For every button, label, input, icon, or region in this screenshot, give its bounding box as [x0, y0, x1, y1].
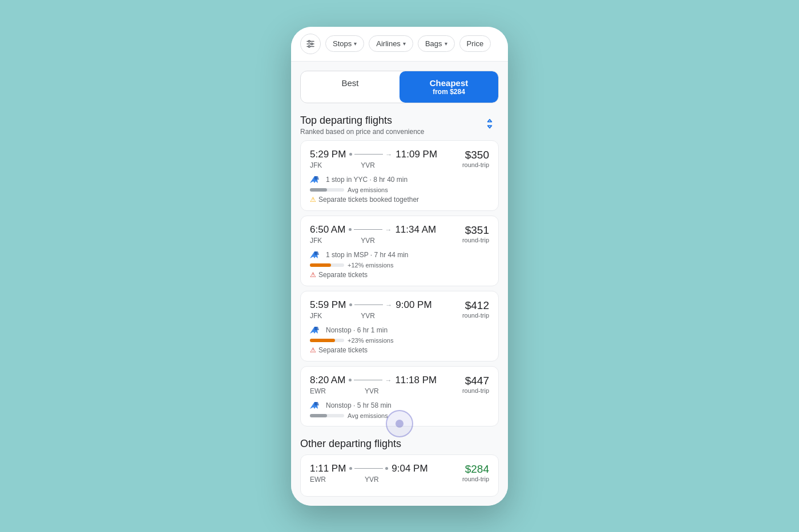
flight-4-depart-time: 8:20 AM	[310, 375, 345, 386]
flight-3-warning-row: ⚠ Separate tickets	[310, 346, 489, 354]
top-section-header: Top departing flights Ranked based on pr…	[291, 110, 508, 138]
flight-4-emissions-bar-fill	[310, 414, 327, 417]
route-arrow-icon-2: →	[385, 226, 392, 234]
route-line-bar-3	[354, 304, 383, 306]
top-section-title: Top departing flights	[300, 115, 425, 127]
flight-3-price-label: round-trip	[462, 312, 489, 319]
flight-4-route-line: →	[349, 376, 392, 384]
flight-2-main-row: 6:50 AM → 11:34 AM JFK YVR	[310, 224, 489, 245]
airline-icon-2	[310, 250, 321, 259]
stops-filter-chip[interactable]: Stops ▾	[325, 35, 364, 52]
price-label: Price	[467, 39, 484, 48]
sort-icon-button[interactable]	[481, 115, 499, 133]
flight-3-main-row: 5:59 PM → 9:00 PM JFK YVR	[310, 299, 489, 320]
flight-1-price: $350	[462, 149, 489, 161]
flight-4-price: $447	[462, 375, 489, 387]
other-route-dot-right	[385, 467, 388, 470]
flight-4-price-block: $447 round-trip	[462, 375, 489, 394]
other-section-text: Other departing flights	[300, 438, 401, 450]
flight-1-warning-text: Separate tickets booked together	[318, 196, 419, 204]
svg-marker-13	[314, 402, 319, 405]
stops-chevron-icon: ▾	[354, 40, 357, 47]
flight-2-time-block: 6:50 AM → 11:34 AM JFK YVR	[310, 224, 436, 245]
route-dot-left-4	[349, 379, 352, 381]
airlines-filter-chip[interactable]: Airlines ▾	[369, 35, 413, 52]
flight-3-arrive-time: 9:00 PM	[396, 299, 431, 311]
other-flight-card-1[interactable]: 1:11 PM 9:04 PM EWR YVR	[300, 454, 499, 497]
flight-3-emissions-bar-bg	[310, 339, 344, 342]
price-filter-chip[interactable]: Price	[459, 35, 491, 52]
route-dot-left	[349, 153, 352, 156]
flight-2-price-label: round-trip	[462, 237, 489, 243]
flight-2-route-times: 6:50 AM → 11:34 AM	[310, 224, 436, 235]
tab-best[interactable]: Best	[301, 71, 400, 103]
flight-1-emissions-text: Avg emissions	[348, 186, 388, 193]
phone-frame: Stops ▾ Airlines ▾ Bags ▾ Price Best Che…	[291, 27, 508, 506]
svg-marker-9	[314, 251, 319, 255]
flight-2-emissions-row: +12% emissions	[310, 262, 489, 269]
flight-1-stop-info: 1 stop in YYC · 8 hr 40 min	[326, 176, 407, 184]
other-flight-1-arrive-time: 9:04 PM	[392, 463, 427, 474]
flight-1-emissions-bar-bg	[310, 188, 344, 192]
other-flight-1-depart-airport: EWR	[310, 476, 326, 484]
flight-1-arrive-time: 11:09 PM	[396, 149, 437, 160]
flight-1-warning-row: ⚠ Separate tickets booked together	[310, 196, 489, 204]
filter-bar: Stops ▾ Airlines ▾ Bags ▾ Price	[291, 27, 508, 62]
flight-2-details-row: 1 stop in MSP · 7 hr 44 min	[310, 250, 489, 259]
other-flight-1-price: $284	[462, 463, 489, 476]
flight-3-depart-time: 5:59 PM	[310, 299, 346, 311]
filter-icon-button[interactable]	[300, 34, 321, 54]
sliders-icon	[305, 39, 316, 49]
other-flight-1-main-row: 1:11 PM 9:04 PM EWR YVR	[310, 463, 489, 484]
flight-3-time-block: 5:59 PM → 9:00 PM JFK YVR	[310, 299, 432, 320]
flight-3-emissions-bar-fill	[310, 339, 335, 342]
flight-2-warning-text: Separate tickets	[318, 271, 368, 279]
flight-3-emissions-text: +23% emissions	[348, 337, 393, 344]
flight-2-stop-info: 1 stop in MSP · 7 hr 44 min	[326, 251, 409, 259]
airline-icon-3	[310, 326, 321, 335]
flight-2-arrive-airport: YVR	[361, 237, 375, 245]
airlines-chevron-icon: ▾	[403, 40, 406, 47]
main-content: Best Cheapest from $284 Top departing fl…	[291, 62, 508, 506]
other-flight-1-price-label: round-trip	[462, 476, 489, 482]
flight-card-2[interactable]: 6:50 AM → 11:34 AM JFK YVR	[300, 216, 499, 286]
route-arrow-icon-4: →	[385, 376, 392, 384]
flight-2-warning-row: ⚠ Separate tickets	[310, 271, 489, 279]
airline-icon-4	[310, 401, 321, 410]
flight-3-airports: JFK YVR	[310, 312, 432, 320]
flight-1-price-label: round-trip	[462, 161, 489, 168]
top-flights-list: 5:29 PM → 11:09 PM JFK YVR	[291, 138, 508, 431]
flight-4-price-label: round-trip	[462, 387, 489, 394]
flight-card-4[interactable]: 8:20 AM → 11:18 PM EWR YVR	[300, 366, 499, 427]
flight-4-arrive-time: 11:18 PM	[395, 375, 437, 386]
flight-card-1[interactable]: 5:29 PM → 11:09 PM JFK YVR	[300, 140, 499, 211]
bags-label: Bags	[425, 39, 442, 48]
flight-1-airports: JFK YVR	[310, 161, 437, 169]
other-section-title: Other departing flights	[300, 438, 401, 450]
sort-arrows-icon	[484, 118, 495, 129]
top-section-subtitle: Ranked based on price and convenience	[300, 128, 425, 136]
cheapest-tab-sublabel: from $284	[409, 88, 489, 96]
flight-3-price: $412	[462, 299, 489, 312]
flight-4-emissions-bar-bg	[310, 414, 344, 417]
other-flight-1-airports: EWR YVR	[310, 476, 428, 484]
top-section-text: Top departing flights Ranked based on pr…	[300, 115, 425, 136]
stops-label: Stops	[333, 39, 352, 48]
svg-point-5	[308, 46, 310, 47]
cheapest-tab-label: Cheapest	[409, 78, 489, 88]
flight-4-depart-airport: EWR	[310, 387, 326, 395]
other-flight-1-time-block: 1:11 PM 9:04 PM EWR YVR	[310, 463, 428, 484]
flight-1-route-line: →	[349, 151, 392, 159]
bags-filter-chip[interactable]: Bags ▾	[418, 35, 455, 52]
flight-3-route-times: 5:59 PM → 9:00 PM	[310, 299, 432, 311]
route-dot-left-2	[349, 228, 352, 231]
flight-3-emissions-row: +23% emissions	[310, 337, 489, 344]
flight-1-price-block: $350 round-trip	[462, 149, 489, 168]
tab-cheapest[interactable]: Cheapest from $284	[400, 71, 498, 103]
flight-1-details-row: 1 stop in YYC · 8 hr 40 min	[310, 175, 489, 184]
flight-card-3[interactable]: 5:59 PM → 9:00 PM JFK YVR	[300, 291, 499, 362]
flight-3-route-line: →	[349, 301, 392, 309]
flight-3-depart-airport: JFK	[310, 312, 322, 320]
flight-1-arrive-airport: YVR	[361, 161, 375, 169]
other-flight-1-depart-time: 1:11 PM	[310, 463, 346, 474]
